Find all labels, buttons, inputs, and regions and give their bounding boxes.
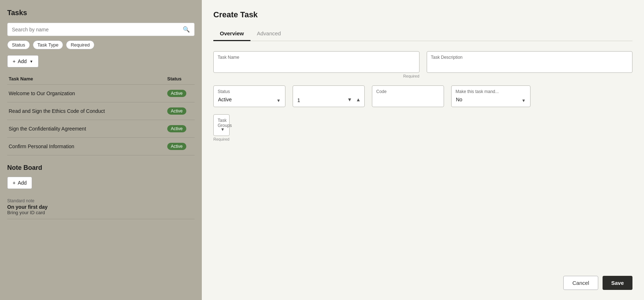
table-row[interactable]: Sign the Confidentiality Agreement Activ…: [7, 120, 195, 138]
task-row-name: Sign the Confidentiality Agreement: [7, 120, 166, 138]
sequence-input[interactable]: 1 ▼ ▲: [293, 85, 365, 107]
chevron-down-icon: ▼: [30, 59, 33, 63]
note-item: Standard note On your first day Bring yo…: [7, 195, 195, 219]
task-row-status: Active: [166, 85, 195, 102]
status-field: Status Active ▼: [213, 85, 285, 107]
task-groups-label: Task Groups: [218, 118, 232, 128]
sequence-down-icon[interactable]: ▼: [346, 96, 353, 103]
task-description-input[interactable]: [427, 51, 633, 73]
form-row-1: Task Name Required Task Description: [213, 51, 632, 78]
form-row-3: Task Groups ▼ Required: [213, 114, 632, 141]
task-description-field: Task Description: [427, 51, 633, 78]
status-badge: Active: [167, 125, 186, 132]
col-task-name: Task Name: [7, 73, 166, 85]
task-name-required: Required: [213, 74, 419, 78]
tabs: Overview Advanced: [213, 27, 632, 41]
tasks-title: Tasks: [7, 9, 195, 17]
table-row[interactable]: Read and Sign the Ethics Code of Conduct…: [7, 102, 195, 120]
task-groups-required: Required: [213, 137, 230, 141]
task-row-status: Active: [166, 120, 195, 138]
task-row-status: Active: [166, 102, 195, 120]
code-input[interactable]: [372, 85, 444, 107]
plus-icon: +: [13, 58, 15, 64]
status-badge: Active: [167, 107, 186, 115]
task-row-name: Welcome to Our Organization: [7, 85, 166, 102]
note-add-label: Add: [18, 180, 27, 186]
task-table: Task Name Status Welcome to Our Organiza…: [7, 73, 195, 155]
add-note-button[interactable]: + Add: [7, 177, 32, 189]
filter-task-type[interactable]: Task Type: [33, 40, 63, 49]
table-row[interactable]: Confirm Personal Information Active: [7, 138, 195, 155]
sequence-up-icon[interactable]: ▲: [355, 96, 361, 103]
status-badge: Active: [167, 143, 186, 150]
footer-actions: Cancel Save: [213, 269, 632, 290]
search-input[interactable]: [12, 27, 183, 32]
add-task-button[interactable]: + Add ▼: [7, 55, 39, 67]
add-button-label: Add: [18, 58, 27, 64]
make-mandatory-label: Make this task mand...: [456, 89, 499, 94]
table-row[interactable]: Welcome to Our Organization Active: [7, 85, 195, 102]
filter-row: Status Task Type Required: [7, 40, 195, 49]
col-status: Status: [166, 73, 195, 85]
filter-required[interactable]: Required: [66, 40, 94, 49]
make-mandatory-field: Make this task mand... No ▼: [451, 85, 530, 107]
note-board: Note Board + Add Standard note On your f…: [7, 164, 195, 219]
note-title: On your first day: [7, 204, 195, 210]
tab-overview[interactable]: Overview: [213, 27, 250, 41]
task-name-field: Task Name Required: [213, 51, 419, 78]
status-chevron-icon: ▼: [276, 98, 281, 103]
task-groups-field: Task Groups ▼ Required: [213, 114, 230, 141]
make-mandatory-select[interactable]: No ▼: [451, 85, 530, 107]
search-icon: 🔍: [183, 26, 190, 33]
save-button[interactable]: Save: [603, 276, 632, 290]
note-subtitle: Bring your ID card: [7, 210, 195, 215]
sequence-field: Sequence 1 ▼ ▲: [293, 85, 365, 107]
sequence-value: 1: [297, 97, 300, 103]
task-row-name: Read and Sign the Ethics Code of Conduct: [7, 102, 166, 120]
cancel-button[interactable]: Cancel: [563, 276, 598, 290]
task-row-name: Confirm Personal Information: [7, 138, 166, 155]
code-field: Code: [372, 85, 444, 107]
status-badge: Active: [167, 90, 186, 97]
make-mandatory-value: No: [456, 97, 462, 103]
make-mandatory-chevron-icon: ▼: [521, 98, 526, 103]
search-box[interactable]: 🔍: [7, 23, 195, 36]
panel-title: Create Task: [213, 10, 632, 19]
tab-advanced[interactable]: Advanced: [250, 27, 288, 41]
filter-status[interactable]: Status: [7, 40, 30, 49]
task-name-input[interactable]: [213, 51, 419, 73]
note-board-title: Note Board: [7, 164, 195, 172]
sequence-arrows: ▼ ▲: [346, 96, 361, 103]
form-row-2: Status Active ▼ Sequence 1 ▼ ▲ Code Make…: [213, 85, 632, 107]
status-label: Status: [218, 89, 230, 94]
code-label: Code: [376, 89, 387, 94]
task-row-status: Active: [166, 138, 195, 155]
plus-icon-note: +: [13, 180, 15, 186]
status-select[interactable]: Active ▼: [213, 85, 285, 107]
right-panel: Create Task Overview Advanced Task Name …: [202, 0, 644, 300]
note-label: Standard note: [7, 198, 195, 203]
left-panel: Tasks 🔍 Status Task Type Required + Add …: [0, 0, 202, 300]
task-name-label: Task Name: [218, 55, 239, 60]
task-description-label: Task Description: [431, 55, 463, 60]
status-value: Active: [218, 97, 232, 103]
